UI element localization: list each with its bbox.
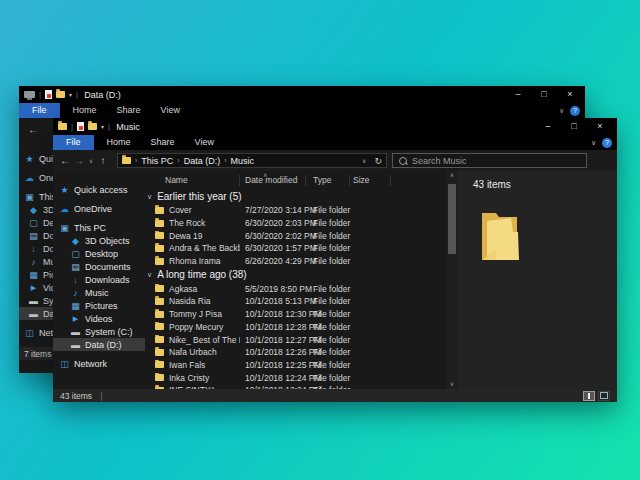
folder-icon bbox=[155, 258, 164, 265]
ribbon-tab-file[interactable]: File bbox=[53, 135, 94, 150]
ribbon-tab-share[interactable]: Share bbox=[141, 135, 185, 150]
search-input[interactable]: Search Music bbox=[392, 153, 587, 168]
sidebar-item-downloads[interactable]: ↓Downloads bbox=[53, 273, 145, 286]
sidebar-item-3d-objects[interactable]: ◆3D Objects bbox=[53, 234, 145, 247]
folder-window-icon bbox=[58, 123, 67, 130]
table-row[interactable]: Agkasa5/5/2019 8:50 PMFile folder bbox=[145, 282, 446, 295]
ribbon-tab-view[interactable]: View bbox=[185, 135, 224, 150]
column-header-type[interactable]: Type bbox=[306, 175, 350, 186]
table-row[interactable]: Andra & The Backbone6/30/2020 1:57 PMFil… bbox=[145, 242, 446, 255]
properties-icon[interactable] bbox=[77, 122, 84, 131]
ribbon-tab-home[interactable]: Home bbox=[63, 103, 107, 118]
sidebar-item-onedrive[interactable]: ☁OneDrive bbox=[53, 202, 145, 215]
sidebar-item-documents[interactable]: ▤Documents bbox=[19, 229, 55, 242]
download-icon: ↓ bbox=[28, 244, 39, 254]
help-icon[interactable]: ? bbox=[570, 106, 580, 116]
sidebar-item-this-pc[interactable]: ▣This PC bbox=[53, 221, 145, 234]
scroll-down-icon[interactable]: ∨ bbox=[446, 380, 458, 389]
thumbnails-view-button[interactable] bbox=[598, 391, 610, 401]
details-view-button[interactable] bbox=[583, 391, 595, 401]
sidebar-item-data-d[interactable]: ▬Data (D:) bbox=[53, 338, 145, 351]
sidebar-item-videos[interactable]: ▶Videos bbox=[53, 312, 145, 325]
group-header[interactable]: ∨A long time ago (38) bbox=[145, 267, 446, 282]
new-folder-icon[interactable] bbox=[56, 91, 65, 98]
pc-icon: ▣ bbox=[59, 223, 70, 233]
sidebar-item-pictures[interactable]: ▦Pictures bbox=[19, 268, 55, 281]
ribbon-tab-home[interactable]: Home bbox=[97, 135, 141, 150]
sidebar-item-onedrive[interactable]: ☁OneDrive bbox=[19, 171, 55, 184]
cube-icon: ◆ bbox=[70, 236, 81, 246]
minimize-button[interactable]: – bbox=[535, 118, 561, 135]
ribbon-tab-view[interactable]: View bbox=[151, 103, 190, 118]
customize-toolbar-chevron-icon[interactable]: ▾ bbox=[69, 91, 72, 98]
sidebar-item-this-pc[interactable]: ▣This PC bbox=[19, 190, 55, 203]
table-row[interactable]: Dewa 196/30/2020 2:02 PMFile folder bbox=[145, 229, 446, 242]
new-folder-icon[interactable] bbox=[88, 123, 97, 130]
file-rows: ∨Earlier this year (5)Cover7/27/2020 3:1… bbox=[145, 189, 446, 389]
close-button[interactable]: × bbox=[557, 86, 583, 103]
table-row[interactable]: Inka Cristy10/1/2018 12:24 PMFile folder bbox=[145, 371, 446, 384]
back-icon[interactable]: ← bbox=[58, 155, 72, 166]
forward-icon[interactable]: → bbox=[72, 155, 86, 166]
table-row[interactable]: The Rock6/30/2020 2:03 PMFile folder bbox=[145, 217, 446, 230]
sidebar-item-desktop[interactable]: ▢Desktop bbox=[19, 216, 55, 229]
sidebar-item-quick-access[interactable]: ★Quick access bbox=[19, 152, 55, 165]
chevron-down-icon[interactable]: ∨ bbox=[147, 271, 152, 279]
customize-toolbar-chevron-icon[interactable]: ▾ bbox=[101, 123, 104, 130]
group-header[interactable]: ∨Earlier this year (5) bbox=[145, 189, 446, 204]
close-button[interactable]: × bbox=[587, 118, 613, 135]
table-row[interactable]: Tommy J Pisa10/1/2018 12:30 PMFile folde… bbox=[145, 308, 446, 321]
column-header-size[interactable]: Size bbox=[350, 175, 391, 186]
minimize-button[interactable]: – bbox=[505, 86, 531, 103]
scroll-up-icon[interactable]: ∧ bbox=[446, 171, 458, 180]
sidebar-item-quick-access[interactable]: ★Quick access bbox=[53, 183, 145, 196]
sidebar-item-network[interactable]: ◫Network bbox=[19, 326, 55, 339]
column-header-name[interactable]: Name bbox=[145, 175, 240, 186]
table-row[interactable]: Nafa Urbach10/1/2018 12:26 PMFile folder bbox=[145, 346, 446, 359]
sidebar-item-network[interactable]: ◫Network bbox=[53, 357, 145, 370]
titlebar-music[interactable]: | ▾ | Music – □ × bbox=[53, 118, 617, 135]
maximize-button[interactable]: □ bbox=[531, 86, 557, 103]
sidebar-item-music[interactable]: ♪Music bbox=[53, 286, 145, 299]
column-header-date-modified[interactable]: Date modified bbox=[240, 175, 306, 186]
view-toggle-buttons bbox=[583, 391, 610, 401]
table-row[interactable]: Poppy Mecury10/1/2018 12:28 PMFile folde… bbox=[145, 321, 446, 334]
maximize-button[interactable]: □ bbox=[561, 118, 587, 135]
address-dropdown-icon[interactable]: ∨ bbox=[362, 157, 366, 164]
sidebar-item-desktop[interactable]: ▢Desktop bbox=[53, 247, 145, 260]
sidebar-item-documents[interactable]: ▤Documents bbox=[53, 260, 145, 273]
table-row[interactable]: Rhoma Irama6/26/2020 4:29 PMFile folder bbox=[145, 255, 446, 268]
sidebar-item-3d-objects[interactable]: ◆3D Objects bbox=[19, 203, 55, 216]
table-row[interactable]: Iwan Fals10/1/2018 12:25 PMFile folder bbox=[145, 359, 446, 372]
drive-icon: ▬ bbox=[70, 327, 81, 337]
breadcrumb-segment[interactable]: Music bbox=[231, 156, 255, 166]
sidebar-item-downloads[interactable]: ↓Downloads bbox=[19, 242, 55, 255]
back-icon[interactable]: ← bbox=[26, 124, 40, 135]
table-row[interactable]: Nike_ Best of The Best10/1/2018 12:27 PM… bbox=[145, 333, 446, 346]
recent-locations-chevron-icon[interactable]: ∨ bbox=[86, 157, 96, 164]
sidebar-item-pictures[interactable]: ▦Pictures bbox=[53, 299, 145, 312]
help-icon[interactable]: ? bbox=[602, 138, 612, 148]
titlebar-data-d[interactable]: | ▾ | Data (D:) – □ × bbox=[19, 86, 585, 103]
vertical-scrollbar[interactable]: ∧ ∨ bbox=[446, 171, 458, 389]
table-row[interactable]: Cover7/27/2020 3:14 PMFile folder bbox=[145, 204, 446, 217]
collapse-ribbon-icon[interactable]: ∨ bbox=[559, 107, 564, 115]
collapse-ribbon-icon[interactable]: ∨ bbox=[591, 139, 596, 147]
address-bar[interactable]: ›This PC›Data (D:)›Music ∨ ↻ bbox=[117, 153, 387, 168]
up-icon[interactable]: ↑ bbox=[96, 155, 110, 166]
sidebar-item-system-c[interactable]: ▬System (C:) bbox=[53, 325, 145, 338]
ribbon-tab-file[interactable]: File bbox=[19, 103, 60, 118]
chevron-down-icon[interactable]: ∨ bbox=[147, 193, 152, 201]
sidebar-item-videos[interactable]: ▶Videos bbox=[19, 281, 55, 294]
sidebar-item-system-c[interactable]: ▬System (C:) bbox=[19, 294, 55, 307]
breadcrumb-segment[interactable]: This PC bbox=[141, 156, 173, 166]
refresh-icon[interactable]: ↻ bbox=[374, 156, 382, 166]
breadcrumb-segment[interactable]: Data (D:) bbox=[184, 156, 221, 166]
sidebar-item-data-d[interactable]: ▬Data (D:) bbox=[19, 307, 55, 320]
scrollbar-thumb[interactable] bbox=[448, 184, 456, 254]
sidebar-item-music[interactable]: ♪Music bbox=[19, 255, 55, 268]
table-row[interactable]: Nasida Ria10/1/2018 5:13 PMFile folder bbox=[145, 295, 446, 308]
properties-icon[interactable] bbox=[45, 90, 52, 99]
file-name-cell: Rhoma Irama bbox=[145, 256, 240, 266]
ribbon-tab-share[interactable]: Share bbox=[107, 103, 151, 118]
